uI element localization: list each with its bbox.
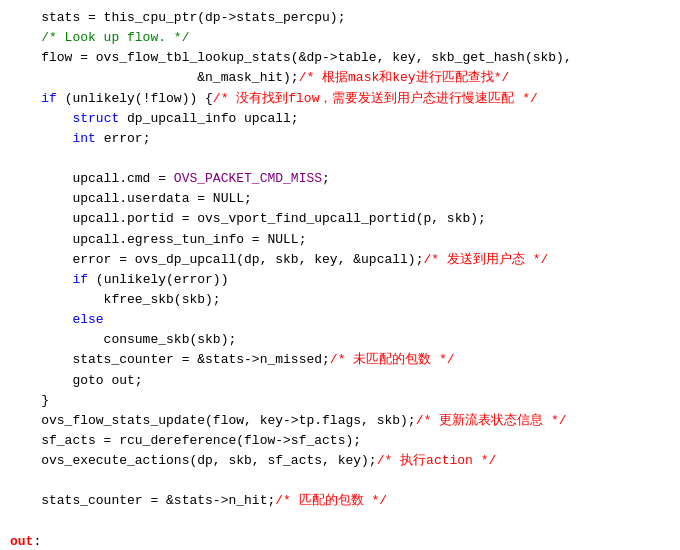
code-line: else <box>10 310 670 330</box>
code-line <box>10 471 670 491</box>
code-line: upcall.userdata = NULL; <box>10 189 670 209</box>
code-line: if (unlikely(!flow)) {/* 没有找到flow，需要发送到用… <box>10 89 670 109</box>
code-line: consume_skb(skb); <box>10 330 670 350</box>
code-line: upcall.egress_tun_info = NULL; <box>10 230 670 250</box>
code-line: /* Look up flow. */ <box>10 28 670 48</box>
code-line: sf_acts = rcu_dereference(flow->sf_acts)… <box>10 431 670 451</box>
code-line: struct dp_upcall_info upcall; <box>10 109 670 129</box>
code-line: &n_mask_hit);/* 根据mask和key进行匹配查找*/ <box>10 68 670 88</box>
code-line: if (unlikely(error)) <box>10 270 670 290</box>
code-line: int error; <box>10 129 670 149</box>
code-line: error = ovs_dp_upcall(dp, skb, key, &upc… <box>10 250 670 270</box>
code-line <box>10 512 670 532</box>
code-line: upcall.portid = ovs_vport_find_upcall_po… <box>10 209 670 229</box>
code-line: ovs_flow_stats_update(flow, key->tp.flag… <box>10 411 670 431</box>
code-line: stats = this_cpu_ptr(dp->stats_percpu); <box>10 8 670 28</box>
code-line: upcall.cmd = OVS_PACKET_CMD_MISS; <box>10 169 670 189</box>
code-line: stats_counter = &stats->n_missed;/* 未匹配的… <box>10 350 670 370</box>
code-line: stats_counter = &stats->n_hit;/* 匹配的包数 *… <box>10 491 670 511</box>
code-line: goto out; <box>10 371 670 391</box>
code-line <box>10 149 670 169</box>
code-line: } <box>10 391 670 411</box>
code-container: stats = this_cpu_ptr(dp->stats_percpu); … <box>0 0 680 550</box>
code-line: flow = ovs_flow_tbl_lookup_stats(&dp->ta… <box>10 48 670 68</box>
code-line: ovs_execute_actions(dp, skb, sf_acts, ke… <box>10 451 670 471</box>
code-line: out: <box>10 532 670 550</box>
code-line: kfree_skb(skb); <box>10 290 670 310</box>
